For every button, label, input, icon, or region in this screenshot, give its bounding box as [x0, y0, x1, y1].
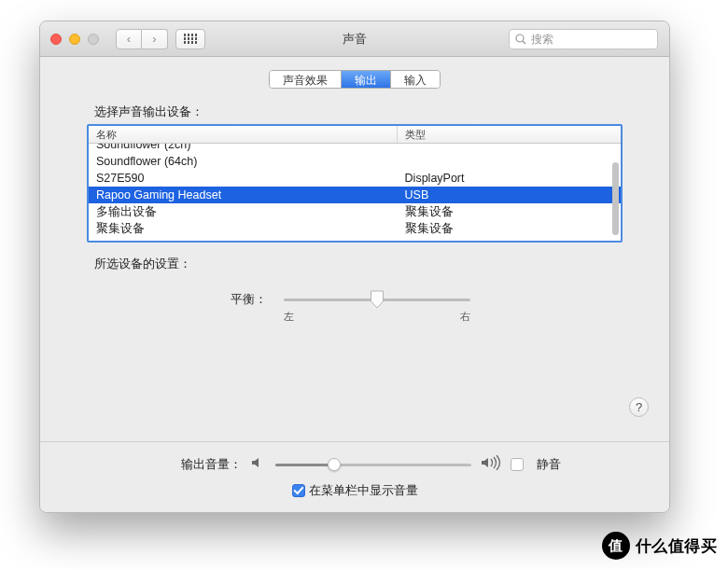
watermark: 值 什么值得买 — [602, 532, 718, 560]
help-icon: ? — [636, 400, 642, 414]
device-name: Rapoo Gaming Headset — [89, 187, 398, 203]
zoom-window-button — [88, 34, 99, 45]
chevron-right-icon: › — [152, 32, 156, 46]
table-row-selected[interactable]: Rapoo Gaming Headset USB — [89, 187, 621, 203]
device-name: 聚集设备 — [89, 220, 398, 237]
volume-knob[interactable] — [328, 458, 341, 471]
device-name: S27E590 — [89, 170, 398, 187]
svg-line-1 — [523, 41, 525, 44]
speaker-low-icon — [251, 456, 266, 472]
tab-input[interactable]: 输入 — [391, 71, 440, 88]
close-window-button[interactable] — [50, 34, 62, 45]
menubar-volume-row: 在菜单栏中显示音量 — [40, 482, 669, 499]
device-type: USB — [398, 187, 621, 203]
forward-button[interactable]: › — [142, 29, 168, 49]
device-type: 聚集设备 — [398, 203, 621, 220]
select-device-label: 选择声音输出设备： — [94, 104, 669, 120]
search-placeholder: 搜索 — [531, 32, 553, 48]
balance-right-label: 右 — [460, 310, 470, 324]
device-type: DisplayPort — [398, 170, 621, 187]
device-table: 名称 类型 Soundflower (2ch) Soundflower (64c… — [87, 124, 623, 243]
tab-output[interactable]: 输出 — [342, 71, 391, 88]
output-volume-row: 输出音量： 静音 — [40, 455, 669, 473]
table-row[interactable]: Soundflower (64ch) — [89, 153, 621, 170]
device-name: Soundflower (2ch) — [89, 144, 398, 153]
mute-checkbox[interactable] — [511, 458, 524, 471]
svg-point-0 — [516, 35, 524, 42]
output-volume-label: 输出音量： — [148, 456, 242, 473]
show-all-button[interactable] — [175, 29, 205, 49]
device-name: 多输出设备 — [89, 203, 398, 220]
device-type — [398, 153, 621, 170]
device-type: 聚集设备 — [398, 220, 621, 237]
table-row[interactable]: 多输出设备 聚集设备 — [89, 203, 621, 220]
table-row[interactable]: S27E590 DisplayPort — [89, 170, 621, 187]
search-icon — [515, 34, 526, 45]
scroll-thumb[interactable] — [612, 162, 619, 235]
speaker-high-icon — [481, 455, 501, 473]
titlebar: ‹ › 声音 搜索 — [40, 21, 669, 57]
table-row[interactable]: Soundflower (2ch) — [89, 144, 621, 153]
search-input[interactable]: 搜索 — [509, 29, 658, 49]
mute-label: 静音 — [537, 456, 561, 473]
content-area: 声音效果 输出 输入 选择声音输出设备： 名称 类型 Soundflower (… — [40, 70, 669, 324]
volume-fill — [275, 464, 334, 466]
device-name: Soundflower (64ch) — [89, 153, 398, 170]
sound-preferences-window: ‹ › 声音 搜索 声音效果 输出 输入 选择声音输出设备： — [39, 21, 670, 513]
device-settings-label: 所选设备的设置： — [94, 256, 669, 272]
tab-bar: 声音效果 输出 输入 — [40, 70, 669, 89]
output-volume-slider[interactable] — [275, 457, 471, 472]
tab-sound-effects[interactable]: 声音效果 — [270, 71, 342, 88]
nav-buttons: ‹ › — [116, 29, 168, 49]
watermark-text: 什么值得买 — [636, 535, 718, 557]
chevron-left-icon: ‹ — [127, 32, 131, 46]
help-button[interactable]: ? — [629, 397, 649, 417]
scrollbar[interactable] — [612, 146, 619, 239]
table-header: 名称 类型 — [89, 126, 621, 144]
balance-slider[interactable] — [284, 291, 470, 308]
device-type — [398, 144, 621, 153]
footer: 输出音量： 静音 在菜单栏中显示音量 — [40, 441, 669, 512]
traffic-lights — [50, 34, 99, 45]
balance-left-label: 左 — [284, 310, 294, 324]
balance-lr-labels: 左 右 — [40, 310, 669, 324]
table-row[interactable]: 聚集设备 聚集设备 — [89, 220, 621, 237]
show-in-menubar-label: 在菜单栏中显示音量 — [309, 482, 418, 499]
balance-row: 平衡： — [40, 291, 669, 308]
column-type-header[interactable]: 类型 — [398, 126, 621, 143]
slider-knob[interactable] — [371, 290, 385, 309]
show-in-menubar-checkbox[interactable] — [292, 484, 305, 497]
balance-label: 平衡： — [202, 291, 267, 308]
column-name-header[interactable]: 名称 — [89, 126, 398, 143]
watermark-badge: 值 — [602, 532, 630, 560]
grid-icon — [184, 34, 198, 44]
back-button[interactable]: ‹ — [116, 29, 142, 49]
table-body: Soundflower (2ch) Soundflower (64ch) S27… — [89, 144, 621, 241]
minimize-window-button[interactable] — [69, 34, 80, 45]
